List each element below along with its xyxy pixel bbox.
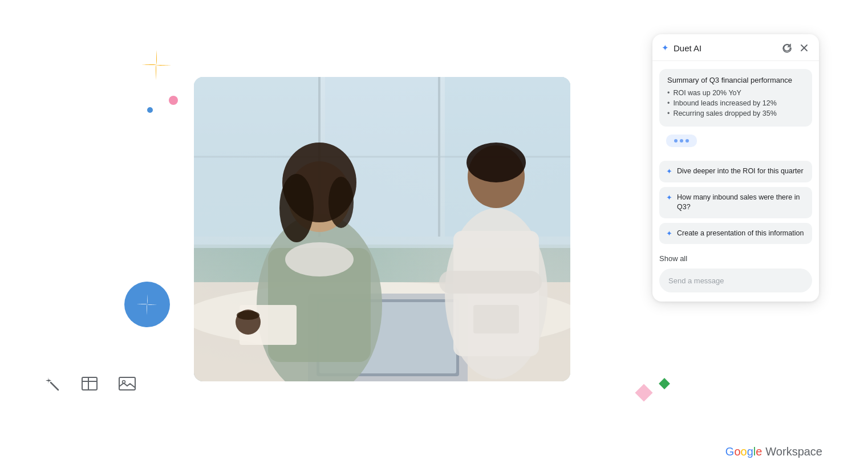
image-icon[interactable] [116, 373, 138, 397]
svg-rect-1 [82, 377, 97, 390]
dot-3 [686, 139, 689, 143]
close-icon[interactable] [798, 42, 810, 54]
svg-point-22 [328, 177, 354, 228]
svg-point-24 [285, 242, 354, 276]
svg-rect-33 [473, 305, 519, 333]
thinking-indicator [659, 131, 812, 153]
duet-ai-star-icon: ✦ [662, 43, 669, 53]
dot-2 [680, 139, 683, 143]
suggestion-chip-2[interactable]: ✦ How many inbound sales were there in Q… [659, 187, 812, 218]
chip-star-icon-3: ✦ [666, 229, 672, 238]
chip-star-icon-1: ✦ [666, 167, 672, 176]
chat-header-actions [781, 42, 810, 54]
chat-header: ✦ Duet AI [652, 34, 819, 61]
suggestion-chip-3[interactable]: ✦ Create a presentation of this informat… [659, 223, 812, 245]
chip-text-2: How many inbound sales were there in Q3? [677, 193, 805, 213]
chat-header-left: ✦ Duet AI [662, 43, 701, 53]
svg-point-21 [279, 174, 314, 242]
chat-panel: ✦ Duet AI Summary of Q3 financial perfor… [652, 34, 819, 302]
blue-circle-icon [124, 282, 170, 327]
summary-title: Summary of Q3 financial performance [667, 76, 804, 84]
chip-text-3: Create a presentation of this informatio… [677, 229, 804, 239]
magic-wand-icon[interactable] [41, 373, 63, 397]
summary-item-2: Inbound leads increased by 12% [667, 99, 804, 107]
gold-star-decoration [141, 50, 171, 80]
summary-item-1: ROI was up 20% YoY [667, 89, 804, 97]
suggestion-chip-1[interactable]: ✦ Dive deeper into the ROI for this quar… [659, 161, 812, 182]
message-input[interactable]: Send a message [659, 268, 812, 292]
svg-rect-29 [439, 271, 542, 294]
workspace-text: Workspace [765, 445, 822, 458]
show-all-button[interactable]: Show all [659, 254, 812, 263]
summary-item-3: Recurring sales dropped by 35% [667, 109, 804, 117]
google-logo-text: Google [725, 445, 762, 458]
chat-panel-title: Duet AI [674, 43, 701, 53]
dot-1 [674, 139, 678, 143]
chip-star-icon-2: ✦ [666, 193, 672, 202]
svg-point-32 [237, 311, 259, 320]
refresh-icon[interactable] [781, 42, 793, 54]
summary-bubble: Summary of Q3 financial performance ROI … [659, 69, 812, 127]
blue-dot-decoration [147, 107, 153, 113]
input-placeholder: Send a message [668, 276, 724, 285]
table-icon[interactable] [79, 373, 100, 397]
suggestions-area: ✦ Dive deeper into the ROI for this quar… [652, 158, 819, 252]
main-photo [194, 77, 570, 381]
pink-diamond-decoration [635, 384, 652, 401]
svg-rect-4 [119, 377, 135, 390]
pink-dot-decoration [169, 96, 178, 105]
green-diamond-decoration [659, 378, 670, 389]
svg-line-0 [51, 383, 58, 390]
google-workspace-logo: Google Workspace [725, 445, 822, 458]
chip-text-1: Dive deeper into the ROI for this quarte… [677, 166, 804, 177]
svg-point-27 [467, 143, 526, 182]
bottom-toolbar [41, 373, 138, 397]
